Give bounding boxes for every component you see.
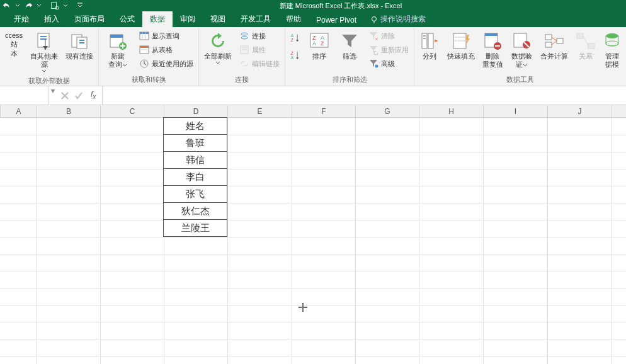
sort-asc-button[interactable]: AZ xyxy=(288,32,303,45)
column-header[interactable]: I xyxy=(484,105,548,117)
column-header[interactable]: H xyxy=(419,105,484,117)
redo-dropdown-icon[interactable] xyxy=(37,1,42,10)
svg-rect-15 xyxy=(110,35,123,38)
relationships-icon xyxy=(576,31,596,51)
existing-connections-button[interactable]: 现有连接 xyxy=(63,28,96,63)
consolidate-icon xyxy=(544,31,564,51)
advanced-filter-button[interactable]: 高级 xyxy=(366,57,411,70)
clear-icon xyxy=(368,31,378,41)
flash-fill-button[interactable]: 快速填充 xyxy=(445,28,477,63)
ribbon-group-connections: 全部刷新 连接 属性 编辑链接 连接 xyxy=(199,27,285,86)
data-cell[interactable]: 韩信 xyxy=(163,151,227,169)
svg-point-3 xyxy=(372,16,377,21)
from-table-button[interactable]: 从表格 xyxy=(137,43,196,56)
column-header[interactable]: C xyxy=(101,105,164,117)
text-to-columns-button[interactable]: 分列 xyxy=(417,28,442,63)
edit-links-button: 编辑链接 xyxy=(237,57,282,70)
data-cell[interactable]: 狄仁杰 xyxy=(163,202,227,220)
insert-function-button[interactable]: fx xyxy=(88,90,98,100)
svg-rect-49 xyxy=(428,33,433,48)
redo-icon[interactable] xyxy=(24,1,33,10)
data-model-icon xyxy=(602,31,622,51)
connections-icon xyxy=(69,31,89,51)
ribbon-group-sort-filter: AZ ZA ZAAZ 排序 筛选 清除 重新应用 高级 排序和筛选 xyxy=(285,27,414,86)
from-other-sources-button[interactable]: 自其他来源 xyxy=(28,28,60,75)
title-bar: 新建 Microsoft Excel 工作表.xlsx - Excel xyxy=(0,0,626,11)
column-header[interactable]: J xyxy=(548,105,612,117)
tab-layout[interactable]: 页面布局 xyxy=(67,11,112,27)
remove-duplicates-button[interactable]: 删除重复值 xyxy=(480,28,505,71)
consolidate-button[interactable]: 合并计算 xyxy=(538,28,571,63)
svg-point-29 xyxy=(241,33,248,35)
svg-rect-24 xyxy=(140,46,149,48)
sort-desc-button[interactable]: ZA xyxy=(288,50,303,62)
svg-line-67 xyxy=(583,36,588,46)
chevron-down-icon xyxy=(122,64,127,67)
ribbon-group-external-data: ccess站本 自其他来源 现有连接 获取外部数据 xyxy=(0,27,99,86)
column-header[interactable]: D xyxy=(164,105,228,117)
data-cell[interactable]: 张飞 xyxy=(163,185,227,203)
show-queries-button[interactable]: 显示查询 xyxy=(137,30,196,42)
confirm-icon[interactable] xyxy=(74,91,83,100)
from-table-icon xyxy=(139,45,149,55)
formula-input[interactable] xyxy=(103,86,626,105)
tab-help[interactable]: 帮助 xyxy=(278,11,309,27)
tab-power-pivot[interactable]: Power Pivot xyxy=(309,13,364,27)
data-cell[interactable]: 姓名 xyxy=(163,117,227,135)
svg-rect-65 xyxy=(577,33,583,38)
refresh-all-button[interactable]: 全部刷新 xyxy=(202,28,234,67)
svg-point-47 xyxy=(375,65,378,68)
tab-data[interactable]: 数据 xyxy=(142,11,173,27)
tell-me-search[interactable]: 操作说明搜索 xyxy=(364,11,432,27)
data-validation-button[interactable]: 数据验证 xyxy=(508,28,535,71)
sort-button[interactable]: ZAAZ 排序 xyxy=(305,28,333,63)
svg-line-28 xyxy=(144,64,146,65)
tab-start[interactable]: 开始 xyxy=(6,11,37,27)
name-box[interactable] xyxy=(0,86,49,105)
table-icon xyxy=(139,31,149,41)
tab-formula[interactable]: 公式 xyxy=(112,11,142,27)
svg-rect-8 xyxy=(40,36,47,37)
filter-button[interactable]: 筛选 xyxy=(336,28,363,63)
svg-rect-66 xyxy=(588,43,595,48)
manage-data-model-button[interactable]: 管理据模 xyxy=(601,28,623,71)
reapply-button: 重新应用 xyxy=(366,43,411,56)
recent-sources-button[interactable]: 最近使用的源 xyxy=(137,57,196,70)
qat-dropdown-icon[interactable] xyxy=(63,1,68,10)
undo-icon[interactable] xyxy=(3,1,11,10)
data-cell[interactable]: 兰陵王 xyxy=(163,219,227,237)
cells-area[interactable]: 姓名鲁班韩信李白张飞狄仁杰兰陵王 xyxy=(0,118,626,364)
undo-dropdown-icon[interactable] xyxy=(15,1,20,10)
new-query-button[interactable]: 新建查询 xyxy=(101,28,134,71)
ribbon-tabs: 开始 插入 页面布局 公式 数据 审阅 视图 开发工具 帮助 Power Piv… xyxy=(0,11,626,27)
svg-point-1 xyxy=(55,6,59,9)
funnel-icon xyxy=(339,31,360,51)
tab-view[interactable]: 视图 xyxy=(203,11,233,27)
column-header[interactable]: A xyxy=(1,105,37,117)
connections-button[interactable]: 连接 xyxy=(237,30,282,42)
print-preview-icon[interactable] xyxy=(50,1,59,10)
column-header[interactable]: E xyxy=(228,105,292,117)
cancel-icon[interactable] xyxy=(60,91,69,100)
column-header[interactable]: G xyxy=(356,105,419,117)
svg-rect-56 xyxy=(485,33,498,36)
column-header[interactable]: F xyxy=(292,105,356,117)
tab-dev[interactable]: 开发工具 xyxy=(233,11,278,27)
data-cell[interactable]: 李白 xyxy=(163,168,227,186)
name-box-dropdown[interactable]: ▾ xyxy=(49,86,57,105)
tab-insert[interactable]: 插入 xyxy=(37,11,67,27)
svg-rect-13 xyxy=(79,42,84,43)
tab-review[interactable]: 审阅 xyxy=(173,11,203,27)
clear-filter-button: 清除 xyxy=(366,30,411,42)
from-access-button[interactable]: ccess站本 xyxy=(3,28,25,60)
edit-links-icon xyxy=(239,59,249,69)
recent-icon xyxy=(139,59,149,69)
qat-customize-icon[interactable] xyxy=(77,1,83,10)
window-title: 新建 Microsoft Excel 工作表.xlsx - Excel xyxy=(83,1,623,11)
spreadsheet-grid: ABCDEFGHIJ 姓名鲁班韩信李白张飞狄仁杰兰陵王 xyxy=(0,105,626,364)
svg-point-69 xyxy=(606,41,618,46)
data-cell[interactable]: 鲁班 xyxy=(163,134,227,152)
ribbon: ccess站本 自其他来源 现有连接 获取外部数据 新建查询 显示查询 从表格 xyxy=(0,27,626,86)
chevron-down-icon xyxy=(42,70,47,72)
column-header[interactable]: B xyxy=(37,105,101,117)
